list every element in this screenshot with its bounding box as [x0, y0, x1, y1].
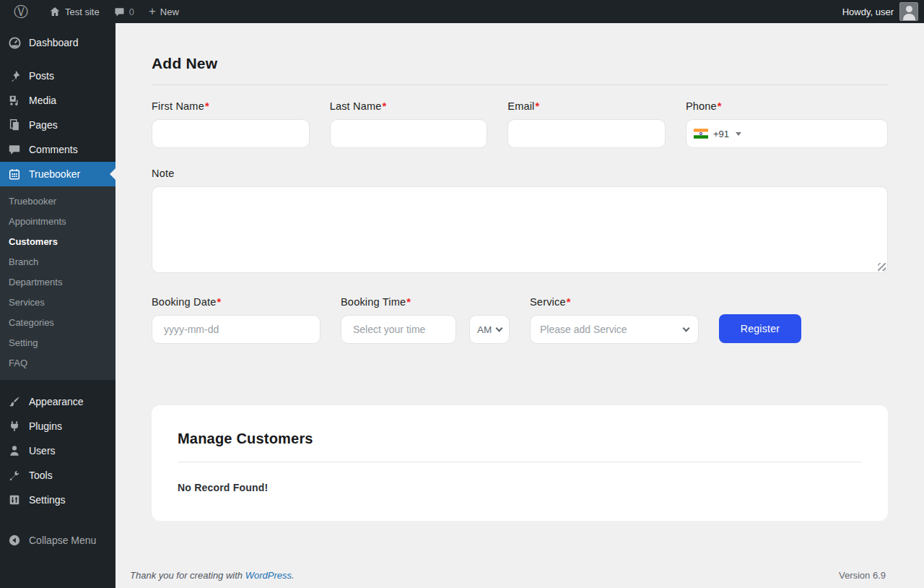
- submenu-item-truebooker[interactable]: Truebooker: [0, 191, 116, 212]
- site-name-link[interactable]: Test site: [42, 0, 107, 23]
- last-name-input[interactable]: [330, 119, 488, 148]
- version-label: Version 6.9: [839, 570, 886, 581]
- sidebar-item-media[interactable]: Media: [0, 88, 116, 113]
- plus-icon: +: [149, 5, 156, 17]
- register-button-group: Register: [719, 296, 888, 344]
- submenu-item-services[interactable]: Services: [0, 293, 116, 313]
- required-asterisk: *: [383, 100, 387, 112]
- submenu-item-faq[interactable]: FAQ: [0, 353, 116, 373]
- email-field-group: Email*: [507, 100, 666, 148]
- submenu-item-branch[interactable]: Branch: [0, 252, 116, 272]
- required-asterisk: *: [406, 296, 411, 308]
- submenu-item-customers[interactable]: Customers: [0, 232, 116, 252]
- booking-time-field-group: Booking Time* AM: [341, 296, 510, 344]
- service-label: Service*: [530, 296, 699, 308]
- first-name-field-group: First Name*: [152, 100, 310, 148]
- note-field-group: Note: [152, 168, 888, 273]
- wordpress-link[interactable]: WordPress: [245, 570, 292, 581]
- sidebar-item-label: Truebooker: [29, 168, 80, 180]
- media-icon: [7, 93, 22, 108]
- submenu-item-setting[interactable]: Setting: [0, 333, 116, 353]
- required-asterisk: *: [567, 296, 571, 308]
- calendar-icon: [7, 167, 22, 181]
- howdy-user-link[interactable]: Howdy, user: [842, 7, 894, 17]
- wordpress-logo-icon: Ⓥ: [7, 2, 35, 22]
- admin-bar: Ⓥ Test site 0 + New Howdy, user: [0, 0, 924, 23]
- last-name-label: Last Name*: [330, 100, 488, 112]
- admin-sidebar: Dashboard Posts Media Pages Comments Tru…: [0, 23, 116, 588]
- last-name-label-text: Last Name: [330, 100, 382, 112]
- phone-number-input[interactable]: [746, 120, 880, 147]
- first-name-input[interactable]: [152, 119, 310, 148]
- phone-label: Phone*: [686, 100, 888, 112]
- customer-form-row: First Name* Last Name* Email* Phone* +91: [152, 100, 888, 148]
- sidebar-item-truebooker[interactable]: Truebooker: [0, 162, 116, 186]
- note-label: Note: [152, 168, 888, 179]
- required-asterisk: *: [536, 100, 540, 112]
- manage-customers-card: Manage Customers No Record Found!: [152, 405, 888, 521]
- booking-date-field-group: Booking Date*: [152, 296, 321, 344]
- note-textarea[interactable]: [152, 186, 888, 273]
- page-title: Add New: [152, 55, 888, 72]
- home-icon: [49, 6, 61, 17]
- site-name-label: Test site: [65, 7, 100, 17]
- wrench-icon: [7, 468, 22, 483]
- main-content: Add New First Name* Last Name* Email* Ph…: [116, 23, 924, 588]
- collapse-arrow-icon: [7, 533, 22, 548]
- sidebar-item-label: Media: [29, 95, 56, 106]
- india-flag-icon[interactable]: [694, 129, 708, 139]
- sidebar-item-label: Dashboard: [29, 37, 79, 48]
- submenu-item-categories[interactable]: Categories: [0, 313, 116, 333]
- sidebar-item-users[interactable]: Users: [0, 438, 116, 463]
- sidebar-item-label: Posts: [29, 70, 54, 82]
- booking-time-label: Booking Time*: [341, 296, 510, 308]
- meridiem-value: AM: [477, 324, 492, 335]
- service-select-value: Please add Service: [540, 324, 627, 335]
- sidebar-item-plugins[interactable]: Plugins: [0, 414, 116, 438]
- email-label: Email*: [507, 100, 666, 112]
- sidebar-item-pages[interactable]: Pages: [0, 113, 116, 137]
- phone-label-text: Phone: [686, 100, 717, 112]
- sidebar-item-label: Settings: [29, 494, 66, 506]
- email-input[interactable]: [507, 119, 666, 148]
- sliders-icon: [7, 493, 22, 507]
- submenu-item-departments[interactable]: Departments: [0, 272, 116, 293]
- collapse-menu-label: Collapse Menu: [29, 535, 96, 546]
- new-content-menu[interactable]: + New: [141, 0, 186, 23]
- comment-bubble-icon: [114, 7, 125, 17]
- sidebar-item-comments[interactable]: Comments: [0, 137, 116, 162]
- dial-code-caret-icon[interactable]: [736, 132, 741, 136]
- chevron-down-icon: [683, 325, 690, 332]
- booking-time-input[interactable]: [341, 315, 456, 344]
- collapse-menu-button[interactable]: Collapse Menu: [0, 527, 116, 553]
- sidebar-item-posts[interactable]: Posts: [0, 64, 116, 88]
- service-select[interactable]: Please add Service: [530, 315, 699, 344]
- register-button[interactable]: Register: [719, 314, 801, 343]
- first-name-label-text: First Name: [152, 100, 204, 112]
- sidebar-item-dashboard[interactable]: Dashboard: [0, 30, 116, 55]
- required-asterisk: *: [205, 100, 209, 112]
- footer-period: .: [292, 570, 295, 581]
- comments-adminbar-link[interactable]: 0: [107, 0, 141, 23]
- service-label-text: Service: [530, 296, 566, 308]
- booking-date-input[interactable]: [152, 315, 321, 344]
- wordpress-logo-menu[interactable]: Ⓥ: [0, 0, 42, 23]
- first-name-label: First Name*: [152, 100, 310, 112]
- user-avatar[interactable]: [899, 2, 918, 21]
- submenu-item-appointments[interactable]: Appointments: [0, 212, 116, 232]
- comments-count-badge: 0: [129, 7, 134, 17]
- sidebar-item-label: Comments: [29, 144, 78, 155]
- truebooker-submenu: Truebooker Appointments Customers Branch…: [0, 186, 116, 380]
- avatar-body-shape: [903, 14, 915, 21]
- sidebar-item-label: Pages: [29, 119, 58, 131]
- sidebar-item-settings[interactable]: Settings: [0, 488, 116, 512]
- plug-icon: [7, 419, 22, 433]
- sidebar-item-label: Users: [29, 445, 56, 457]
- meridiem-select[interactable]: AM: [469, 315, 510, 344]
- booking-date-label-text: Booking Date: [152, 296, 216, 308]
- booking-time-label-text: Booking Time: [341, 296, 406, 308]
- sidebar-item-tools[interactable]: Tools: [0, 463, 116, 488]
- dial-code-label[interactable]: +91: [713, 129, 729, 139]
- phone-field-group: Phone* +91: [686, 100, 888, 148]
- sidebar-item-appearance[interactable]: Appearance: [0, 389, 116, 414]
